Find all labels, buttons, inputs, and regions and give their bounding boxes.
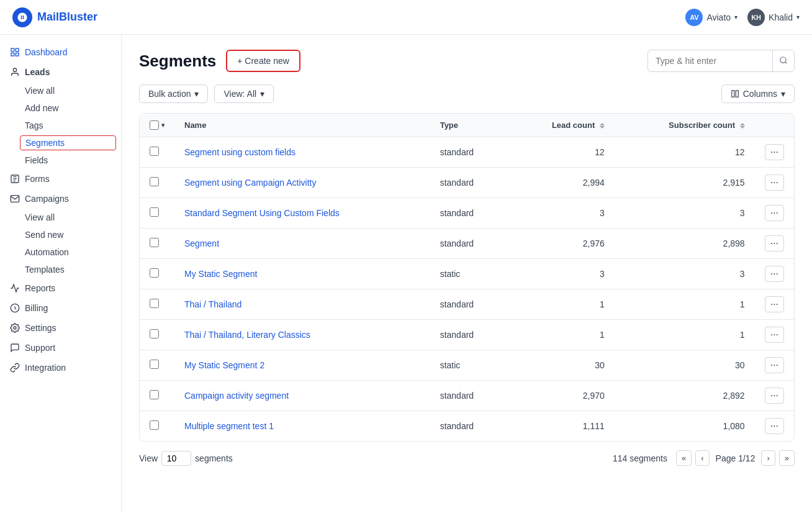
- row-name[interactable]: Standard Segment Using Custom Fields: [174, 198, 430, 229]
- sidebar-item-support[interactable]: Support: [0, 338, 121, 358]
- sidebar-item-reports[interactable]: Reports: [0, 278, 121, 298]
- row-checkbox-cell[interactable]: [140, 320, 174, 350]
- sidebar-item-settings[interactable]: Settings: [0, 318, 121, 338]
- logo[interactable]: MailBluster: [12, 7, 97, 27]
- row-actions-cell[interactable]: ···: [755, 350, 794, 381]
- create-new-button[interactable]: + Create new: [226, 50, 300, 72]
- search-box: [647, 50, 795, 72]
- row-checkbox-cell[interactable]: [140, 137, 174, 168]
- sidebar-sub-campaigns-view-all[interactable]: View all: [0, 209, 121, 226]
- row-checkbox[interactable]: [150, 207, 159, 217]
- row-checkbox[interactable]: [150, 238, 159, 247]
- row-actions-cell[interactable]: ···: [755, 229, 794, 259]
- row-checkbox-cell[interactable]: [140, 198, 174, 229]
- row-name[interactable]: Segment using Campaign Activitty: [174, 168, 430, 198]
- row-checkbox[interactable]: [150, 177, 159, 186]
- sidebar-sub-campaigns-automation[interactable]: Automation: [0, 243, 121, 261]
- sidebar-item-leads[interactable]: Leads: [0, 62, 121, 82]
- segment-link[interactable]: Segment using Campaign Activitty: [184, 178, 316, 188]
- row-actions-button[interactable]: ···: [765, 357, 784, 373]
- row-actions-cell[interactable]: ···: [755, 320, 794, 350]
- sidebar-sub-fields[interactable]: Fields: [0, 152, 121, 169]
- select-all-header[interactable]: ▾: [140, 114, 174, 137]
- segment-link[interactable]: Thai / Thailand: [184, 299, 241, 309]
- row-actions-button[interactable]: ···: [765, 175, 784, 191]
- svg-rect-3: [16, 53, 19, 56]
- sidebar-item-integration[interactable]: Integration: [0, 358, 121, 378]
- sidebar-sub-add-new[interactable]: Add new: [0, 99, 121, 117]
- row-checkbox-cell[interactable]: [140, 259, 174, 289]
- sidebar-item-campaigns[interactable]: Campaigns: [0, 189, 121, 209]
- row-actions-cell[interactable]: ···: [755, 381, 794, 411]
- search-button[interactable]: [772, 50, 794, 71]
- row-actions-cell[interactable]: ···: [755, 259, 794, 289]
- next-page-button[interactable]: ›: [761, 450, 775, 466]
- select-all-checkbox[interactable]: [150, 120, 159, 130]
- sidebar-item-dashboard[interactable]: Dashboard: [0, 42, 121, 62]
- account1[interactable]: AV Aviato ▾: [685, 9, 738, 26]
- row-name[interactable]: My Static Segment: [174, 259, 430, 289]
- row-checkbox-cell[interactable]: [140, 350, 174, 381]
- segment-link[interactable]: My Static Segment 2: [184, 360, 264, 370]
- row-checkbox[interactable]: [150, 390, 159, 399]
- row-checkbox[interactable]: [150, 329, 159, 338]
- segment-link[interactable]: Thai / Thailand, Literary Classics: [184, 330, 310, 340]
- row-name[interactable]: Thai / Thailand, Literary Classics: [174, 320, 430, 350]
- segment-link[interactable]: My Static Segment: [184, 269, 258, 279]
- sidebar-sub-tags[interactable]: Tags: [0, 117, 121, 134]
- per-page-input[interactable]: [161, 451, 191, 466]
- row-actions-cell[interactable]: ···: [755, 411, 794, 442]
- col-subscriber-count[interactable]: Subscriber count: [615, 114, 755, 137]
- search-input[interactable]: [648, 56, 772, 66]
- row-checkbox-cell[interactable]: [140, 229, 174, 259]
- segment-link[interactable]: Standard Segment Using Custom Fields: [184, 208, 340, 218]
- row-actions-cell[interactable]: ···: [755, 289, 794, 320]
- sidebar-item-billing[interactable]: Billing: [0, 298, 121, 318]
- row-actions-button[interactable]: ···: [765, 235, 784, 252]
- sidebar-sub-campaigns-templates[interactable]: Templates: [0, 261, 121, 278]
- col-lead-count[interactable]: Lead count: [508, 114, 615, 137]
- segment-link[interactable]: Segment using custom fields: [184, 147, 295, 157]
- sidebar-sub-view-all[interactable]: View all: [0, 82, 121, 99]
- view-all-button[interactable]: View: All ▾: [214, 84, 274, 103]
- sidebar-item-forms[interactable]: Forms: [0, 169, 121, 189]
- row-actions-cell[interactable]: ···: [755, 137, 794, 168]
- row-actions-button[interactable]: ···: [765, 144, 784, 160]
- sidebar-sub-segments[interactable]: Segments: [20, 135, 116, 150]
- row-name[interactable]: Segment: [174, 229, 430, 259]
- row-checkbox[interactable]: [150, 420, 159, 430]
- row-actions-button[interactable]: ···: [765, 418, 784, 434]
- row-actions-button[interactable]: ···: [765, 327, 784, 343]
- row-checkbox-cell[interactable]: [140, 381, 174, 411]
- last-page-button[interactable]: »: [779, 450, 795, 466]
- segment-link[interactable]: Multiple segment test 1: [184, 421, 274, 431]
- row-actions-button[interactable]: ···: [765, 205, 784, 221]
- row-checkbox-cell[interactable]: [140, 411, 174, 442]
- row-name[interactable]: Segment using custom fields: [174, 137, 430, 168]
- row-checkbox[interactable]: [150, 268, 159, 278]
- row-actions-button[interactable]: ···: [765, 296, 784, 312]
- row-checkbox[interactable]: [150, 360, 159, 369]
- prev-page-button[interactable]: ‹: [695, 450, 709, 466]
- row-actions-cell[interactable]: ···: [755, 198, 794, 229]
- segment-link[interactable]: Campaign activity segment: [184, 391, 289, 401]
- row-checkbox[interactable]: [150, 147, 159, 156]
- row-actions-cell[interactable]: ···: [755, 168, 794, 198]
- row-checkbox-cell[interactable]: [140, 168, 174, 198]
- sidebar-sub-campaigns-send-new[interactable]: Send new: [0, 226, 121, 243]
- row-name[interactable]: Campaign activity segment: [174, 381, 430, 411]
- segment-link[interactable]: Segment: [184, 238, 219, 248]
- header-chevron[interactable]: ▾: [161, 122, 165, 129]
- columns-button[interactable]: Columns ▾: [721, 84, 795, 103]
- row-checkbox[interactable]: [150, 299, 159, 308]
- row-actions-button[interactable]: ···: [765, 388, 784, 404]
- account2[interactable]: KH Khalid ▾: [747, 9, 800, 26]
- row-checkbox-cell[interactable]: [140, 289, 174, 320]
- row-name[interactable]: Thai / Thailand: [174, 289, 430, 320]
- bulk-action-button[interactable]: Bulk action ▾: [139, 84, 208, 103]
- first-page-button[interactable]: «: [676, 450, 692, 466]
- row-actions-button[interactable]: ···: [765, 266, 784, 282]
- row-name[interactable]: My Static Segment 2: [174, 350, 430, 381]
- integration-label: Integration: [25, 363, 66, 373]
- row-name[interactable]: Multiple segment test 1: [174, 411, 430, 442]
